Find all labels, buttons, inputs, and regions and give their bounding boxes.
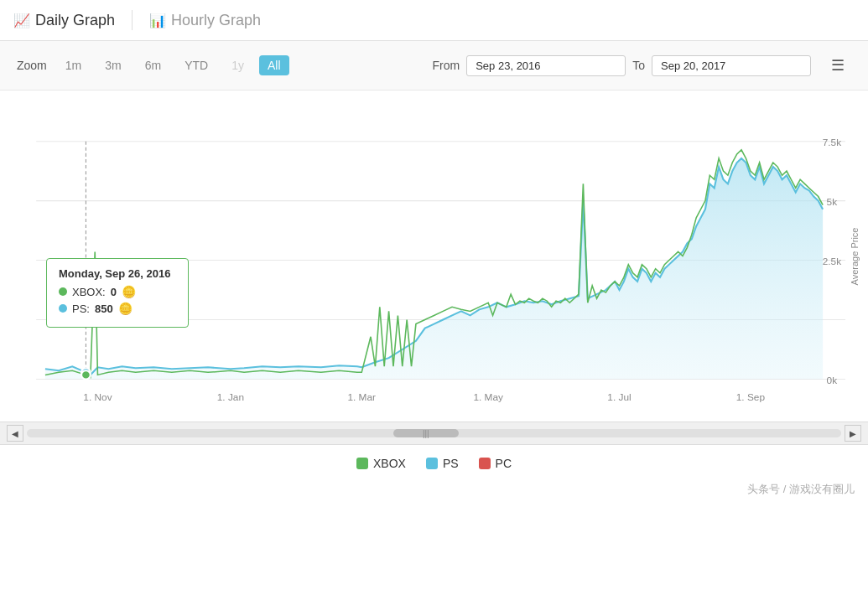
legend-xbox-label: XBOX — [373, 457, 406, 470]
zoom-3m-button[interactable]: 3m — [96, 55, 129, 75]
scroll-left-button[interactable]: ◀ — [7, 425, 23, 442]
tooltip-ps-row: PS: 850 🪙 — [59, 302, 176, 315]
header-tabs: 📈 Daily Graph 📊 Hourly Graph — [0, 0, 868, 41]
tooltip-ps-label: PS: — [72, 303, 90, 315]
svg-text:1. Nov: 1. Nov — [83, 392, 112, 402]
zoom-label: Zoom — [17, 59, 47, 72]
tab-divider — [132, 10, 133, 30]
watermark: 头条号 / 游戏没有圈儿 — [0, 477, 868, 502]
tooltip-ps-value: 850 — [95, 303, 113, 315]
svg-text:1. Sep: 1. Sep — [736, 392, 765, 402]
tooltip-xbox-row: XBOX: 0 🪙 — [59, 285, 176, 298]
from-label: From — [433, 59, 460, 72]
svg-text:2.5k: 2.5k — [823, 256, 842, 266]
svg-text:1. Jul: 1. Jul — [607, 392, 631, 402]
tab-hourly[interactable]: 📊 Hourly Graph — [149, 12, 261, 29]
scrollbar-track[interactable]: ||| — [27, 429, 841, 437]
tooltip-xbox-label: XBOX: — [72, 286, 106, 298]
scrollbar-thumb[interactable]: ||| — [393, 429, 459, 437]
scroll-right-button[interactable]: ▶ — [845, 425, 861, 442]
menu-button[interactable]: ☰ — [824, 53, 851, 78]
legend-pc-label: PC — [496, 457, 512, 470]
tooltip-date: Monday, Sep 26, 2016 — [59, 267, 176, 280]
svg-text:1. Mar: 1. Mar — [347, 392, 376, 402]
legend-xbox[interactable]: XBOX — [356, 457, 406, 470]
ps-dot — [59, 304, 67, 313]
zoom-all-button[interactable]: All — [259, 55, 289, 75]
tab-daily-label: Daily Graph — [35, 12, 115, 29]
date-range: From To — [433, 55, 811, 76]
main-chart: 7.5k 5k 2.5k 0k 1. Nov 1. Jan 1. Mar 1. … — [0, 99, 868, 413]
chart-container: 7.5k 5k 2.5k 0k 1. Nov 1. Jan 1. Mar 1. … — [0, 91, 868, 422]
zoom-6m-button[interactable]: 6m — [137, 55, 169, 75]
tab-daily[interactable]: 📈 Daily Graph — [13, 12, 115, 29]
zoom-1y-button[interactable]: 1y — [223, 55, 252, 75]
svg-text:1. May: 1. May — [473, 392, 503, 402]
zoom-ytd-button[interactable]: YTD — [176, 55, 216, 75]
xbox-dot — [59, 287, 67, 296]
avg-price-label: Average Price — [850, 227, 860, 285]
tooltip-xbox-value: 0 — [111, 286, 117, 298]
chart-legend: XBOX PS PC — [0, 445, 868, 477]
svg-text:1. Jan: 1. Jan — [217, 392, 244, 402]
svg-point-17 — [81, 370, 91, 379]
legend-ps-dot — [426, 458, 438, 469]
ps-coin-icon: 🪙 — [118, 302, 133, 315]
legend-ps-label: PS — [443, 457, 459, 470]
zoom-1m-button[interactable]: 1m — [57, 55, 90, 75]
xbox-coin-icon: 🪙 — [122, 285, 136, 298]
to-label: To — [632, 59, 645, 72]
tab-hourly-label: Hourly Graph — [171, 12, 261, 29]
svg-text:0k: 0k — [827, 375, 838, 385]
chart-tooltip: Monday, Sep 26, 2016 XBOX: 0 🪙 PS: 850 🪙 — [46, 258, 189, 328]
legend-xbox-dot — [356, 458, 368, 469]
watermark-text: 头条号 / 游戏没有圈儿 — [747, 483, 855, 495]
legend-ps[interactable]: PS — [426, 457, 459, 470]
daily-graph-icon: 📈 — [13, 13, 30, 28]
controls-bar: Zoom 1m 3m 6m YTD 1y All From To ☰ — [0, 41, 868, 91]
legend-pc[interactable]: PC — [479, 457, 512, 470]
legend-pc-dot — [479, 458, 491, 469]
from-date-input[interactable] — [466, 55, 626, 76]
scrollbar-area: ◀ ||| ▶ — [0, 422, 868, 445]
svg-text:7.5k: 7.5k — [823, 137, 842, 147]
svg-text:5k: 5k — [827, 197, 838, 207]
to-date-input[interactable] — [652, 55, 811, 76]
hourly-graph-icon: 📊 — [149, 13, 166, 28]
